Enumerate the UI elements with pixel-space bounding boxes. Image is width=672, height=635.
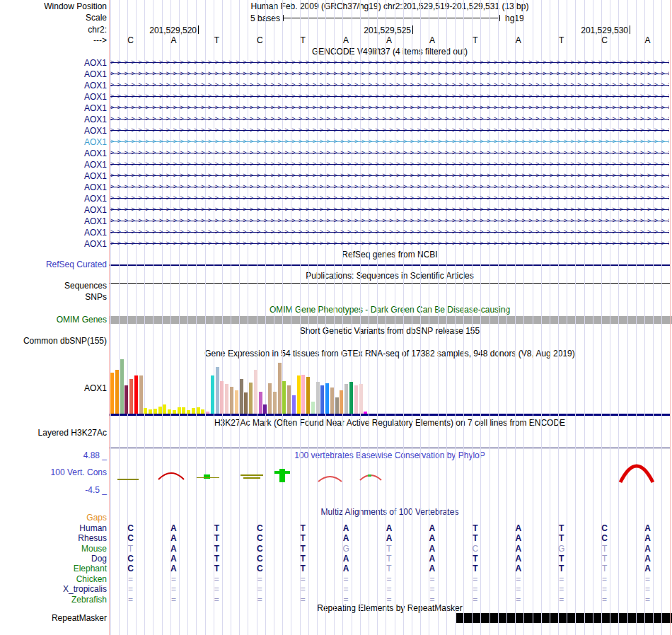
species-label[interactable]: Zebrafish xyxy=(71,595,107,605)
gtex-bar[interactable] xyxy=(187,410,190,414)
gene-label[interactable]: AOX1 xyxy=(84,182,107,192)
gtex-bar[interactable] xyxy=(254,370,257,414)
track-label-gaps[interactable]: Gaps xyxy=(86,513,107,523)
gene-label[interactable]: AOX1 xyxy=(84,81,107,91)
track-title-multiz[interactable]: Multiz Alignments of 100 Vertebrates xyxy=(110,508,670,516)
gene-label[interactable]: AOX1 xyxy=(84,103,107,113)
transcript-row[interactable]: >>>>>>>>>>>>>>>>>>>>>>>>>>>>>>>>>>>>>>>>… xyxy=(110,181,669,192)
gene-label[interactable]: AOX1 xyxy=(84,194,107,204)
transcript-row[interactable]: >>>>>>>>>>>>>>>>>>>>>>>>>>>>>>>>>>>>>>>>… xyxy=(110,226,669,238)
gtex-bar[interactable] xyxy=(220,381,224,414)
gene-label[interactable]: AOX1 xyxy=(84,115,107,124)
transcript-row[interactable]: >>>>>>>>>>>>>>>>>>>>>>>>>>>>>>>>>>>>>>>>… xyxy=(110,215,669,226)
gtex-bar[interactable] xyxy=(115,370,119,414)
species-label[interactable]: Chicken xyxy=(76,574,107,584)
gtex-bar[interactable] xyxy=(325,383,329,414)
track-title-omim[interactable]: OMIM Gene Phenotypes - Dark Green Can Be… xyxy=(110,305,670,314)
gtex-bar[interactable] xyxy=(340,390,343,414)
gtex-bar[interactable] xyxy=(230,387,233,414)
species-label[interactable]: Human xyxy=(79,523,107,533)
gtex-bar[interactable] xyxy=(297,375,301,414)
strand-arrow-label[interactable]: ---> xyxy=(93,36,107,45)
sequences-line[interactable] xyxy=(110,283,670,284)
gtex-bar[interactable] xyxy=(144,408,147,414)
gene-label[interactable]: AOX1 xyxy=(84,216,107,226)
gtex-bar[interactable] xyxy=(278,363,282,414)
track-label-phylop[interactable]: 100 Vert. Cons xyxy=(51,468,107,477)
transcript-row[interactable]: >>>>>>>>>>>>>>>>>>>>>>>>>>>>>>>>>>>>>>>>… xyxy=(110,57,669,68)
species-label[interactable]: Mouse xyxy=(81,544,107,554)
track-title-h3k27ac[interactable]: H3K27Ac Mark (Often Found Near Active Re… xyxy=(110,419,670,427)
gene-label[interactable]: AOX1 xyxy=(84,92,107,102)
track-title-gencode[interactable]: GENCODE V49lift37 (4 items filtered out) xyxy=(110,47,670,56)
gene-label[interactable]: AOX1 xyxy=(84,205,107,215)
transcript-row[interactable]: >>>>>>>>>>>>>>>>>>>>>>>>>>>>>>>>>>>>>>>>… xyxy=(110,147,669,158)
gtex-bar[interactable] xyxy=(153,409,157,414)
transcript-row[interactable]: >>>>>>>>>>>>>>>>>>>>>>>>>>>>>>>>>>>>>>>>… xyxy=(110,68,669,79)
gene-label[interactable]: AOX1 xyxy=(84,228,107,238)
gtex-bar[interactable] xyxy=(287,385,291,414)
species-label[interactable]: Dog xyxy=(91,554,107,564)
gtex-bar[interactable] xyxy=(201,409,204,414)
gtex-bar[interactable] xyxy=(273,392,277,414)
species-label[interactable]: Rhesus xyxy=(78,533,107,543)
transcript-row[interactable]: >>>>>>>>>>>>>>>>>>>>>>>>>>>>>>>>>>>>>>>>… xyxy=(110,238,669,249)
gtex-bar[interactable] xyxy=(292,395,296,414)
gtex-bar[interactable] xyxy=(129,379,133,414)
gtex-bar[interactable] xyxy=(320,385,324,414)
gtex-bar[interactable] xyxy=(134,375,138,414)
gtex-bar[interactable] xyxy=(263,404,267,414)
species-label[interactable]: Elephant xyxy=(74,564,107,573)
track-title-phylop[interactable]: 100 vertebrates Basewise Conservation by… xyxy=(110,451,670,460)
gtex-bar[interactable] xyxy=(225,384,228,414)
gtex-bar[interactable] xyxy=(206,412,209,414)
species-label[interactable]: X_tropicalis xyxy=(63,584,107,594)
track-label-refseq-curated[interactable]: RefSeq Curated xyxy=(46,260,107,269)
gtex-bar[interactable] xyxy=(216,367,219,414)
track-label-h3k27ac[interactable]: Layered H3K27Ac xyxy=(38,429,107,438)
gene-label[interactable]: AOX1 xyxy=(84,160,107,170)
gtex-bar[interactable] xyxy=(249,383,253,414)
gtex-bar[interactable] xyxy=(354,385,358,414)
track-label-common-dbsnp[interactable]: Common dbSNP(155) xyxy=(23,337,107,346)
transcript-row[interactable]: >>>>>>>>>>>>>>>>>>>>>>>>>>>>>>>>>>>>>>>>… xyxy=(110,102,669,113)
transcript-row[interactable]: >>>>>>>>>>>>>>>>>>>>>>>>>>>>>>>>>>>>>>>>… xyxy=(110,91,669,102)
track-label-sequences[interactable]: Sequences xyxy=(64,281,107,291)
transcript-row[interactable]: >>>>>>>>>>>>>>>>>>>>>>>>>>>>>>>>>>>>>>>>… xyxy=(110,136,669,147)
gtex-bar[interactable] xyxy=(173,410,176,414)
gtex-bar[interactable] xyxy=(349,382,353,414)
gene-label[interactable]: AOX1 xyxy=(84,69,107,79)
gtex-bar[interactable] xyxy=(120,359,124,414)
gene-label[interactable]: AOX1 xyxy=(84,58,107,68)
track-label-repeatmasker[interactable]: RepeatMasker xyxy=(52,614,107,623)
transcript-row[interactable]: >>>>>>>>>>>>>>>>>>>>>>>>>>>>>>>>>>>>>>>>… xyxy=(110,124,669,136)
omim-gene-bar[interactable] xyxy=(110,316,672,324)
transcript-row[interactable]: >>>>>>>>>>>>>>>>>>>>>>>>>>>>>>>>>>>>>>>>… xyxy=(110,204,669,215)
gtex-bar[interactable] xyxy=(197,407,200,414)
gene-label[interactable]: AOX1 xyxy=(84,239,107,249)
track-label-snps[interactable]: SNPs xyxy=(85,293,107,302)
transcript-row[interactable]: >>>>>>>>>>>>>>>>>>>>>>>>>>>>>>>>>>>>>>>>… xyxy=(110,79,669,91)
gtex-bar[interactable] xyxy=(124,385,128,414)
gtex-bar[interactable] xyxy=(268,383,272,414)
gtex-bar[interactable] xyxy=(211,375,214,414)
gtex-bar[interactable] xyxy=(364,412,367,414)
gtex-bar[interactable] xyxy=(306,377,310,414)
gtex-bar[interactable] xyxy=(240,379,243,414)
gtex-bar[interactable] xyxy=(316,382,320,414)
gtex-bar[interactable] xyxy=(344,384,348,414)
gtex-bar[interactable] xyxy=(301,375,305,414)
transcript-row[interactable]: >>>>>>>>>>>>>>>>>>>>>>>>>>>>>>>>>>>>>>>>… xyxy=(110,113,669,124)
gtex-bar[interactable] xyxy=(311,402,315,414)
gtex-bar[interactable] xyxy=(359,384,363,414)
transcript-row[interactable]: >>>>>>>>>>>>>>>>>>>>>>>>>>>>>>>>>>>>>>>>… xyxy=(110,170,669,181)
track-label-gtex-gene[interactable]: AOX1 xyxy=(84,384,107,393)
gtex-bar[interactable] xyxy=(139,375,143,414)
refseq-curated-line[interactable] xyxy=(110,264,670,266)
transcript-row[interactable]: >>>>>>>>>>>>>>>>>>>>>>>>>>>>>>>>>>>>>>>>… xyxy=(110,158,669,170)
track-title-repeatmasker[interactable]: Repeating Elements by RepeatMasker xyxy=(110,604,670,612)
gtex-bar[interactable] xyxy=(335,397,339,414)
gtex-bar[interactable] xyxy=(244,392,248,414)
gtex-bar[interactable] xyxy=(235,390,238,414)
gtex-bar[interactable] xyxy=(192,408,195,414)
